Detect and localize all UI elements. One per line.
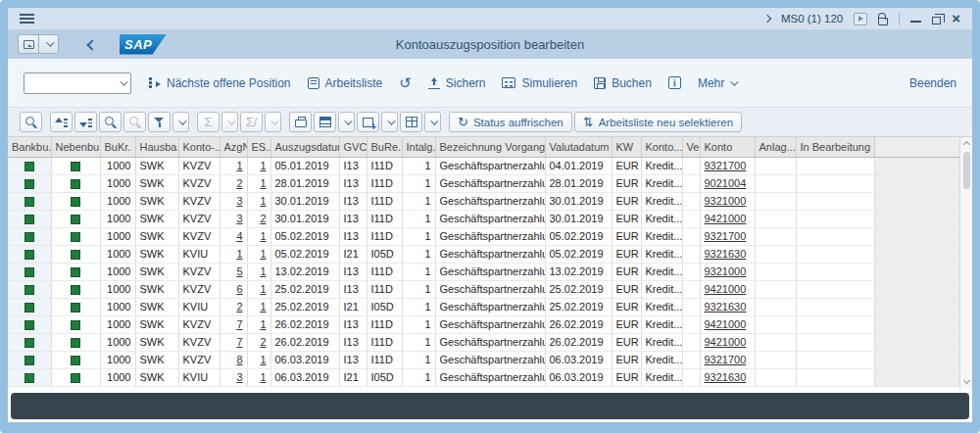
simulate-button[interactable]: Simulieren [502,76,577,90]
cell-nebenbu[interactable] [51,263,100,280]
status-green-icon[interactable] [71,179,80,189]
sort-ascending-button[interactable] [50,112,73,132]
cell-bankbu[interactable] [8,280,51,298]
more-button[interactable]: Mehr [698,76,736,90]
cell-nebenbu[interactable] [51,280,100,298]
status-green-icon[interactable] [24,303,34,313]
export-button[interactable] [314,112,336,132]
cell-link-konto[interactable]: 9321000 [705,195,747,207]
menu-icon[interactable] [20,14,34,16]
cell-nebenbu[interactable] [51,174,100,192]
cell-link-konto[interactable]: 9421000 [705,283,747,295]
cell-azgnr[interactable]: 2 [220,298,247,315]
cell-bankbu[interactable] [8,210,51,227]
find-next-button[interactable] [123,112,146,132]
cell-link-es[interactable]: 2 [260,213,266,224]
cell-link-es[interactable]: 1 [260,177,266,189]
cell-konto[interactable]: 9321000 [700,263,755,280]
column-header-auszugsdatum[interactable]: Auszugsdatum [270,137,339,157]
filter-menu-button[interactable] [172,112,189,132]
table-row[interactable]: 1000SWKKVIU2125.02.2019I21I05D1Geschäfts… [8,298,959,315]
layout-menu-button[interactable] [424,112,441,132]
cell-es[interactable]: 2 [247,210,270,227]
table-row[interactable]: 1000SWKKVZV7226.02.2019I13I11D1Geschäfts… [8,333,959,351]
status-green-icon[interactable] [24,373,34,383]
status-green-icon[interactable] [71,267,80,277]
cell-link-es[interactable]: 1 [260,160,266,171]
cell-bankbu[interactable] [8,245,51,263]
filter-button[interactable] [148,112,171,132]
cell-link-konto[interactable]: 9421000 [705,336,747,348]
cell-bankbu[interactable] [8,315,51,333]
cell-konto[interactable]: 9421000 [700,315,755,333]
cell-konto[interactable]: 9021004 [700,174,755,192]
cell-konto[interactable]: 9321630 [700,368,755,386]
scroll-down-icon[interactable] [962,377,969,384]
next-open-item-button[interactable]: Nächste offene Position [148,76,291,90]
cell-bankbu[interactable] [8,368,51,386]
cell-konto[interactable]: 9321700 [700,227,755,245]
column-header-valutadatum[interactable]: Valutadatum [545,137,612,157]
cell-es[interactable]: 1 [247,192,270,210]
table-row[interactable]: 1000SWKKVZV5113.02.2019I13I11D1Geschäfts… [8,263,959,280]
find-button[interactable] [99,112,122,132]
cell-nebenbu[interactable] [51,210,100,227]
column-header-intalg[interactable]: Intalg. [402,137,435,157]
cell-es[interactable]: 1 [247,280,270,298]
cell-link-konto[interactable]: 9321700 [705,354,747,365]
status-green-icon[interactable] [24,197,34,207]
status-green-icon[interactable] [71,162,80,171]
detail-button[interactable] [20,112,42,132]
cell-link-konto[interactable]: 9321700 [705,230,747,242]
status-green-icon[interactable] [71,215,80,224]
cell-azgnr[interactable]: 8 [220,351,247,368]
column-header-bure[interactable]: BuRe... [367,137,402,157]
cell-konto[interactable]: 9421000 [700,280,755,298]
cell-link-azgnr[interactable]: 2 [236,301,242,313]
scrollbar-thumb[interactable] [963,152,970,189]
cell-link-es[interactable]: 1 [260,318,266,330]
cell-link-azgnr[interactable]: 3 [236,195,242,207]
status-green-icon[interactable] [24,267,34,277]
cell-link-es[interactable]: 2 [260,336,266,348]
cell-azgnr[interactable]: 3 [220,210,247,227]
status-green-icon[interactable] [71,232,80,242]
cell-link-azgnr[interactable]: 7 [236,336,242,348]
cell-link-azgnr[interactable]: 1 [236,248,242,260]
cell-link-azgnr[interactable]: 2 [236,177,242,189]
column-header-anlag[interactable]: Anlag... [755,137,796,157]
column-header-inbearb[interactable]: In Bearbeitung [796,137,874,157]
cell-azgnr[interactable]: 6 [220,280,247,298]
cell-bankbu[interactable] [8,351,51,368]
vertical-scrollbar[interactable] [959,137,972,389]
subtotal-menu-button[interactable] [265,112,281,132]
cell-es[interactable]: 2 [247,333,270,351]
cell-link-azgnr[interactable]: 4 [236,230,242,242]
cell-konto[interactable]: 9421000 [700,210,755,227]
cell-link-azgnr[interactable]: 3 [236,371,242,383]
cell-link-konto[interactable]: 9321630 [705,248,747,260]
cell-es[interactable]: 1 [247,263,270,280]
cell-bankbu[interactable] [8,298,51,315]
status-green-icon[interactable] [71,320,80,330]
column-header-gvc[interactable]: GVC [339,137,367,157]
restore-icon[interactable] [932,17,941,24]
cell-azgnr[interactable]: 7 [220,333,247,351]
cell-es[interactable]: 1 [247,245,270,263]
table-row[interactable]: 1000SWKKVZV3230.01.2019I13I11D1Geschäfts… [8,210,959,227]
views-button[interactable] [357,112,379,132]
status-green-icon[interactable] [71,338,80,348]
status-green-icon[interactable] [24,320,34,330]
cell-link-es[interactable]: 1 [260,248,266,260]
cell-konto[interactable]: 9321700 [700,157,755,174]
status-green-icon[interactable] [71,197,80,207]
column-header-ve[interactable]: Ve [682,137,700,157]
cell-bankbu[interactable] [8,174,51,192]
end-button[interactable]: Beenden [909,76,956,90]
cell-azgnr[interactable]: 3 [220,368,247,386]
cell-azgnr[interactable]: 1 [220,245,247,263]
cell-nebenbu[interactable] [51,298,100,315]
column-header-kontow[interactable]: Konto... [641,137,682,157]
save-button[interactable]: Sichern [428,76,486,90]
cell-azgnr[interactable]: 1 [220,157,247,174]
